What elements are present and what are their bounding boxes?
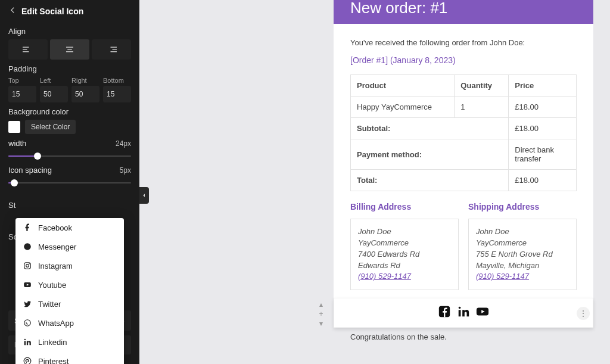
svg-rect-6 bbox=[111, 47, 117, 48]
svg-rect-19 bbox=[459, 310, 461, 316]
instagram-icon bbox=[23, 261, 32, 270]
total-label: Total: bbox=[351, 170, 509, 191]
dropdown-item-messenger[interactable]: Messenger bbox=[15, 237, 124, 256]
email-hero: New order: #1 bbox=[334, 0, 593, 24]
pad-right-label: Right bbox=[71, 77, 99, 84]
dropdown-item-youtube[interactable]: Youtube bbox=[15, 275, 124, 294]
align-right-button[interactable] bbox=[92, 39, 131, 60]
billing-address: John Doe YayCommerce 7400 Edwards Rd Edw… bbox=[350, 219, 459, 290]
td-price: £18.00 bbox=[509, 97, 577, 118]
shipping-title: Shipping Address bbox=[468, 202, 577, 211]
twitter-icon bbox=[23, 299, 32, 309]
dropdown-item-whatsapp[interactable]: WhatsApp bbox=[15, 313, 124, 332]
order-link[interactable]: [Order #1] (January 8, 2023) bbox=[350, 55, 577, 65]
svg-rect-2 bbox=[23, 51, 29, 52]
width-slider[interactable] bbox=[8, 151, 131, 161]
spacing-slider[interactable] bbox=[8, 178, 131, 188]
youtube-icon bbox=[23, 280, 32, 290]
svg-rect-15 bbox=[24, 341, 26, 345]
svg-point-20 bbox=[459, 307, 461, 309]
dropdown-item-facebook[interactable]: Facebook bbox=[15, 218, 124, 237]
block-tools: ▴ + ▾ bbox=[315, 300, 328, 328]
subtotal-value: £18.00 bbox=[509, 118, 577, 139]
svg-point-16 bbox=[24, 339, 26, 340]
total-value: £18.00 bbox=[509, 170, 577, 191]
svg-point-9 bbox=[24, 243, 31, 250]
spacing-value: 5px bbox=[120, 166, 131, 175]
pinterest-icon bbox=[23, 356, 32, 364]
move-down-button[interactable]: ▾ bbox=[316, 319, 326, 328]
email-preview: New order: #1 You've received the follow… bbox=[334, 0, 593, 300]
pad-top-label: Top bbox=[8, 77, 36, 84]
svg-rect-7 bbox=[113, 49, 117, 50]
panel-title: Edit Social Icon bbox=[21, 7, 83, 16]
whatsapp-icon bbox=[23, 318, 32, 328]
pad-top-input[interactable] bbox=[8, 86, 36, 102]
spacing-label: Icon spacing bbox=[8, 166, 52, 175]
td-product: Happy YayCommerce bbox=[351, 97, 455, 118]
move-up-button[interactable]: ▴ bbox=[316, 300, 326, 309]
svg-rect-3 bbox=[66, 47, 73, 48]
th-quantity: Quantity bbox=[455, 75, 509, 97]
payment-value: Direct bank transfer bbox=[509, 139, 577, 170]
subtotal-label: Subtotal: bbox=[351, 118, 509, 139]
svg-rect-5 bbox=[66, 51, 73, 52]
linkedin-icon bbox=[457, 305, 470, 321]
th-price: Price bbox=[509, 75, 577, 97]
td-qty: 1 bbox=[455, 97, 509, 118]
collapse-sidebar-button[interactable] bbox=[139, 187, 149, 204]
bgcolor-label: Background color bbox=[8, 107, 131, 116]
svg-rect-4 bbox=[67, 49, 72, 50]
billing-phone[interactable]: (910) 529-1147 bbox=[358, 272, 411, 281]
panel-header: Edit Social Icon bbox=[0, 0, 139, 22]
svg-point-12 bbox=[29, 263, 30, 264]
bgcolor-button[interactable]: Select Color bbox=[25, 120, 76, 134]
billing-title: Billing Address bbox=[350, 202, 459, 211]
width-value: 24px bbox=[116, 139, 131, 148]
congrats-text: Congratulations on the sale. bbox=[350, 332, 447, 341]
order-table: Product Quantity Price Happy YayCommerce… bbox=[350, 74, 577, 191]
dropdown-item-instagram[interactable]: Instagram bbox=[15, 256, 124, 275]
shipping-address: John Doe YayCommerce 755 E North Grove R… bbox=[468, 219, 577, 290]
svg-point-17 bbox=[24, 357, 31, 364]
facebook-icon bbox=[438, 305, 451, 321]
back-icon[interactable] bbox=[8, 6, 17, 16]
dropdown-item-twitter[interactable]: Twitter bbox=[15, 294, 124, 313]
svg-point-11 bbox=[26, 265, 29, 267]
style-label-clipped: St bbox=[8, 201, 131, 210]
add-block-button[interactable]: + bbox=[316, 310, 326, 318]
block-more-button[interactable]: ⋮ bbox=[577, 307, 590, 320]
align-label: Align bbox=[8, 27, 131, 36]
padding-label: Padding bbox=[8, 64, 131, 73]
email-hero-title: New order: #1 bbox=[350, 0, 447, 15]
facebook-icon bbox=[23, 223, 32, 232]
dropdown-item-linkedin[interactable]: Linkedin bbox=[15, 332, 124, 351]
payment-label: Payment method: bbox=[351, 139, 509, 170]
social-icons-block[interactable] bbox=[334, 298, 593, 328]
width-label: width bbox=[8, 139, 26, 148]
svg-rect-1 bbox=[23, 49, 27, 50]
svg-point-14 bbox=[24, 320, 31, 326]
align-left-button[interactable] bbox=[8, 39, 48, 60]
pad-bottom-input[interactable] bbox=[103, 86, 131, 102]
messenger-icon bbox=[23, 242, 32, 251]
dropdown-item-pinterest[interactable]: Pinterest bbox=[15, 351, 124, 364]
social-dropdown-menu: Facebook Messenger Instagram Youtube Twi… bbox=[15, 218, 124, 364]
linkedin-icon bbox=[23, 337, 32, 347]
th-product: Product bbox=[351, 75, 455, 97]
pad-right-input[interactable] bbox=[71, 86, 99, 102]
shipping-phone[interactable]: (910) 529-1147 bbox=[476, 272, 529, 281]
pad-left-label: Left bbox=[40, 77, 68, 84]
youtube-icon bbox=[476, 305, 489, 321]
email-intro: You've received the following order from… bbox=[350, 38, 577, 47]
svg-rect-8 bbox=[111, 51, 117, 52]
align-center-button[interactable] bbox=[50, 39, 89, 60]
bgcolor-swatch[interactable] bbox=[8, 121, 20, 133]
pad-bottom-label: Bottom bbox=[103, 77, 131, 84]
pad-left-input[interactable] bbox=[40, 86, 68, 102]
svg-rect-0 bbox=[23, 47, 29, 48]
